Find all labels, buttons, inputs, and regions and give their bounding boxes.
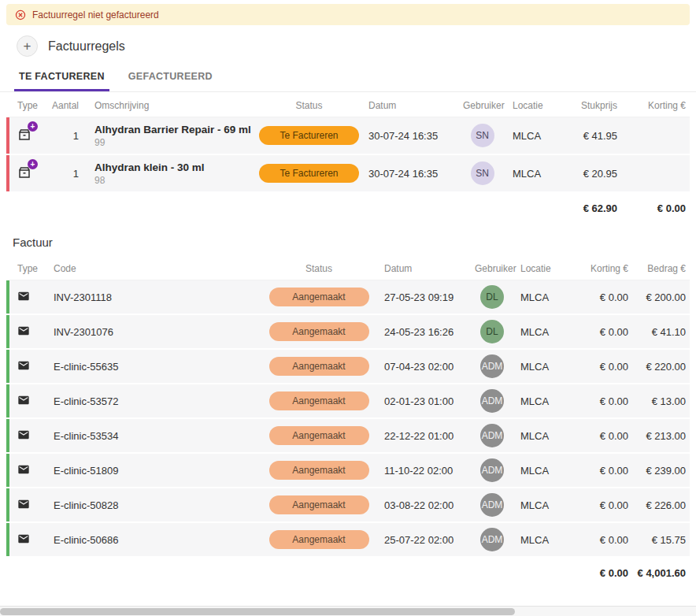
horizontal-scrollbar[interactable]	[0, 606, 696, 616]
col-header-locatie: Locatie	[508, 100, 563, 111]
user-avatar: SN	[471, 161, 494, 185]
user-avatar: ADM	[480, 389, 504, 413]
datum-value: 02-01-23 01:00	[378, 395, 468, 407]
page: Factuurregel niet gefactureerd + Factuur…	[0, 0, 696, 616]
datum-value: 24-05-23 16:26	[378, 326, 468, 338]
invoice-lines-header: Type Aantal Omschrijving Status Datum Ge…	[6, 94, 690, 117]
locatie-value: MLCA	[516, 499, 571, 511]
col-header-bedrag: Bedrag €	[647, 263, 690, 274]
col-header-status: Status	[295, 100, 322, 111]
mail-icon	[17, 359, 30, 372]
status-pill: Aangemaakt	[269, 461, 369, 480]
korting-value: € 0.00	[600, 291, 635, 303]
totals-stukprijs: € 62.90	[583, 202, 624, 214]
korting-value: € 0.00	[600, 430, 635, 442]
status-pill: Aangemaakt	[269, 391, 369, 410]
datum-value: 07-04-23 02:00	[378, 361, 468, 373]
factuur-code: E-clinic-51809	[44, 465, 260, 477]
invoice-line-row[interactable]: + 1 Alhydran Barrier Repair - 69 ml 99 T…	[6, 117, 690, 154]
factuur-code: E-clinic-53534	[44, 430, 260, 442]
bedrag-value: € 15.75	[652, 534, 690, 546]
status-pill: Aangemaakt	[269, 530, 369, 549]
col-header-datum: Datum	[378, 263, 468, 274]
factuur-row[interactable]: E-clinic-53572 Aangemaakt 02-01-23 01:00…	[6, 384, 690, 417]
add-badge-icon: +	[28, 159, 38, 169]
factuur-row[interactable]: E-clinic-53534 Aangemaakt 22-12-22 01:00…	[6, 419, 690, 452]
factuur-header: Type Code Status Datum Gebruiker Locatie…	[6, 257, 690, 280]
korting-value: € 0.00	[600, 361, 635, 373]
page-header: + Factuurregels	[0, 25, 696, 63]
horizontal-scrollbar-thumb[interactable]	[0, 608, 515, 615]
locatie-value: MLCA	[516, 395, 571, 407]
korting-value: € 0.00	[600, 465, 635, 477]
totals-korting: € 0.00	[657, 202, 690, 214]
col-header-stukprijs: Stukprijs	[581, 100, 624, 111]
mail-icon	[17, 533, 30, 545]
factuur-code: E-clinic-55635	[44, 361, 260, 373]
datum-value: 30-07-24 16:35	[362, 168, 457, 180]
aantal-value: 1	[73, 130, 85, 142]
col-header-gebruiker: Gebruiker	[457, 100, 508, 111]
tab-te-factureren[interactable]: TE FACTUREREN	[13, 63, 111, 91]
mail-icon	[17, 429, 30, 441]
user-avatar: DL	[480, 285, 504, 309]
datum-value: 27-05-23 09:19	[378, 291, 468, 303]
invoice-line-row[interactable]: + 1 Alhydran klein - 30 ml 98 Te Facture…	[6, 155, 690, 191]
factuur-row[interactable]: E-clinic-50828 Aangemaakt 03-08-22 02:00…	[6, 488, 690, 521]
col-header-type: Type	[9, 263, 44, 274]
factuur-totals: € 0.00 € 4,001.60	[6, 558, 690, 588]
omschrijving-title: Alhydran Barrier Repair - 69 ml	[94, 124, 256, 135]
add-factuurregel-button[interactable]: +	[17, 35, 38, 57]
col-header-korting: Korting €	[648, 100, 690, 111]
user-avatar: ADM	[480, 458, 504, 482]
error-icon	[15, 9, 26, 20]
factuur-row[interactable]: INV-2301076 Aangemaakt 24-05-23 16:26 DL…	[6, 315, 690, 348]
stukprijs-value: € 20.95	[583, 168, 624, 180]
banner-text: Factuurregel niet gefactureerd	[32, 9, 159, 20]
factuur-code: INV-2301118	[44, 291, 260, 303]
datum-value: 25-07-22 02:00	[378, 534, 468, 546]
col-header-type: Type	[9, 100, 38, 111]
datum-value: 22-12-22 01:00	[378, 430, 468, 442]
col-header-aantal: Aantal	[52, 100, 85, 111]
status-pill: Aangemaakt	[269, 426, 369, 445]
factuur-row[interactable]: E-clinic-50686 Aangemaakt 25-07-22 02:00…	[6, 523, 690, 556]
status-pill: Aangemaakt	[269, 357, 369, 376]
datum-value: 11-10-22 02:00	[378, 465, 468, 477]
bedrag-value: € 200.00	[646, 291, 690, 303]
user-avatar: SN	[471, 124, 494, 147]
locatie-value: MLCA	[508, 130, 563, 142]
user-avatar: ADM	[480, 528, 504, 551]
mail-icon	[17, 463, 30, 476]
status-pill: Te Factureren	[259, 126, 359, 145]
bedrag-value: € 220.00	[646, 361, 690, 373]
tab-bar: TE FACTUREREN GEFACTUREERD	[0, 63, 696, 92]
add-badge-icon: +	[28, 121, 38, 132]
mail-icon	[17, 394, 30, 406]
warning-banner: Factuurregel niet gefactureerd	[6, 4, 690, 25]
factuur-code: INV-2301076	[44, 326, 260, 338]
bedrag-value: € 41.10	[652, 326, 690, 338]
locatie-value: MLCA	[516, 361, 571, 373]
omschrijving-code: 99	[94, 137, 256, 148]
factuur-row[interactable]: E-clinic-55635 Aangemaakt 07-04-23 02:00…	[6, 350, 690, 383]
locatie-value: MLCA	[516, 326, 571, 338]
totals-korting: € 0.00	[600, 567, 635, 579]
omschrijving-title: Alhydran klein - 30 ml	[94, 161, 256, 173]
factuur-row[interactable]: INV-2301118 Aangemaakt 27-05-23 09:19 DL…	[6, 280, 690, 314]
status-pill: Aangemaakt	[269, 288, 369, 306]
col-header-code: Code	[44, 263, 260, 274]
col-header-status: Status	[305, 263, 332, 274]
factuur-row[interactable]: E-clinic-51809 Aangemaakt 11-10-22 02:00…	[6, 454, 690, 487]
page-title: Factuurregels	[48, 39, 125, 54]
tab-gefactureerd[interactable]: GEFACTUREERD	[122, 63, 219, 91]
stukprijs-value: € 41.95	[583, 130, 624, 142]
korting-value: € 0.00	[600, 499, 635, 511]
status-pill: Te Factureren	[259, 164, 359, 183]
korting-value: € 0.00	[600, 395, 635, 407]
datum-value: 30-07-24 16:35	[362, 130, 457, 142]
factuur-code: E-clinic-50828	[44, 499, 260, 511]
aantal-value: 1	[73, 168, 85, 180]
bedrag-value: € 239.00	[646, 465, 690, 477]
user-avatar: DL	[480, 320, 504, 343]
